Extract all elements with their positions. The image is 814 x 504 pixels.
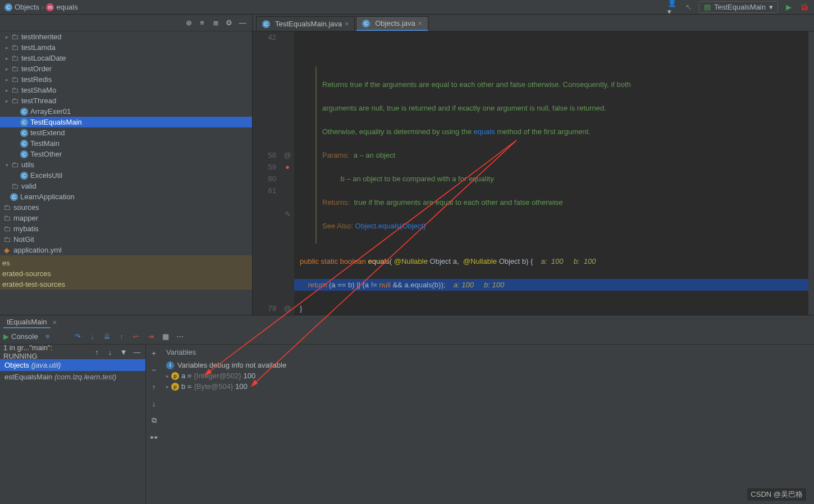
folder-icon: 🗀 <box>10 97 19 106</box>
folder-icon: 🗀 <box>10 54 19 63</box>
code-lines[interactable]: Returns true if the arguments are equal … <box>294 31 814 315</box>
collapse-icon[interactable]: ≣ <box>211 18 221 28</box>
tree-folder[interactable]: ▸🗀testOrder <box>0 63 252 74</box>
code-editor[interactable]: 425859606179808182 @●✎@ Returns true if … <box>253 31 814 315</box>
evaluate-icon[interactable]: ▦ <box>161 332 171 342</box>
variable-row[interactable]: ▸pa = {Integer@502} 100 <box>162 370 814 381</box>
method-icon: m <box>46 3 54 11</box>
tree-item[interactable]: ◆application.yml <box>0 245 252 255</box>
close-icon[interactable]: × <box>345 20 349 28</box>
project-tree: ⊕ ≡ ≣ ⚙ — ▸🗀testInherited▸🗀testLamda▸🗀te… <box>0 15 253 315</box>
gear-icon[interactable]: ⚙ <box>224 18 234 28</box>
add-user-icon[interactable]: 👤▾ <box>667 2 678 12</box>
tree-item[interactable]: es <box>0 258 252 268</box>
hammer-icon[interactable]: ↖ <box>683 2 693 12</box>
gutter: 425859606179808182 <box>253 31 281 315</box>
folder-icon: 🗀 <box>2 203 11 212</box>
locate-icon[interactable]: ⊕ <box>184 18 194 28</box>
debug-tab[interactable]: tEqualsMain <box>3 317 51 328</box>
expand-icon[interactable]: ≡ <box>197 18 207 28</box>
run-config-selector[interactable]: ▤ TestEqualsMain ▾ <box>699 1 778 13</box>
tree-item[interactable]: CLearnApplication <box>0 191 252 202</box>
thread-label[interactable]: 1 in gr..."main": RUNNING <box>3 343 88 360</box>
gutter-icons: @●✎@ <box>281 31 294 315</box>
tree-folder[interactable]: 🗀sources <box>0 202 252 213</box>
debug-button[interactable]: 🐞 <box>799 2 810 12</box>
tree-folder[interactable]: ▸🗀testRedis <box>0 74 252 85</box>
glasses-icon[interactable]: 👓 <box>149 432 159 442</box>
close-icon[interactable]: × <box>418 20 422 28</box>
step-over-icon[interactable]: ↷ <box>73 332 83 342</box>
variable-row[interactable]: ▸pb = {Byte@504} 100 <box>162 381 814 392</box>
settings-icon[interactable]: ⋯ <box>175 332 185 342</box>
variables-header: Variables <box>162 345 814 360</box>
hide-icon[interactable]: — <box>237 18 248 28</box>
breadcrumb-class: Objects <box>15 3 39 11</box>
param-icon: p <box>171 383 179 391</box>
step-into-icon[interactable]: ↓ <box>88 332 98 342</box>
tree-item[interactable]: CTestOther <box>0 149 252 159</box>
tree-folder[interactable]: ▸🗀testThread <box>0 95 252 106</box>
frame-row[interactable]: Objects (java.util) <box>0 359 145 371</box>
tree-item[interactable]: 🗀NotGit <box>0 234 252 245</box>
tree-folder[interactable]: ▾🗀utils <box>0 159 252 170</box>
folder-icon: 🗀 <box>10 43 19 52</box>
class-icon: C <box>262 20 270 28</box>
tree-folder[interactable]: ▸🗀testLamda <box>0 42 252 53</box>
tree-item[interactable]: CArrayExer01 <box>0 106 252 117</box>
tree-item[interactable]: erated-sources <box>0 268 252 279</box>
down-icon[interactable]: ↓ <box>149 398 159 409</box>
tree-folder[interactable]: 🗀valid <box>0 181 252 191</box>
close-icon[interactable]: × <box>53 318 57 327</box>
yml-icon: ◆ <box>2 246 11 255</box>
breadcrumb[interactable]: C Objects › m equals <box>4 3 78 11</box>
editor-tab[interactable]: CTestEqualsMain.java× <box>256 16 355 31</box>
filter-icon[interactable]: ▼ <box>118 347 129 357</box>
class-icon: C <box>20 118 28 126</box>
tree-folder[interactable]: ▸🗀testLocalDate <box>0 53 252 63</box>
tree-item[interactable]: 🗀mybatis <box>0 223 252 234</box>
tree-label: TestEqualsMain <box>30 118 82 126</box>
debug-panel: tEqualsMain× ▶Console ≡ ↷ ↓ ⇊ ↑ ⤺ ⇥ ▦ ⋯ … <box>0 315 814 504</box>
class-icon: C <box>10 193 18 201</box>
step-out-icon[interactable]: ↑ <box>117 332 127 342</box>
play-icon: ▶ <box>3 332 9 341</box>
run-button[interactable]: ▶ <box>784 2 794 12</box>
force-step-into-icon[interactable]: ⇊ <box>102 332 112 342</box>
add-watch-icon[interactable]: + <box>149 348 159 358</box>
chevron-right-icon: › <box>42 3 44 11</box>
tree-item-selected[interactable]: C TestEqualsMain <box>0 117 252 127</box>
folder-icon: 🗀 <box>2 235 11 244</box>
scrollbar[interactable] <box>808 31 814 315</box>
run-to-cursor-icon[interactable]: ⇥ <box>146 332 156 342</box>
tree-folder[interactable]: ▸🗀testInherited <box>0 31 252 42</box>
up-icon[interactable]: ↑ <box>92 347 102 357</box>
variables-panel: Variables iVariables debug info not avai… <box>162 345 814 504</box>
breadcrumb-method: equals <box>56 3 77 11</box>
up-icon[interactable]: ↑ <box>149 382 159 392</box>
tree-item[interactable]: 🗀mapper <box>0 213 252 223</box>
console-tab[interactable]: ▶Console <box>3 332 38 341</box>
class-icon: C <box>20 140 28 148</box>
class-icon: C <box>362 20 370 28</box>
tree-item[interactable]: CExcelsUtil <box>0 170 252 181</box>
class-icon: C <box>20 150 28 158</box>
folder-icon: 🗀 <box>10 86 19 95</box>
tree-item[interactable]: CtestExtend <box>0 127 252 138</box>
copy-icon[interactable]: ⧉ <box>149 415 159 425</box>
folder-icon: 🗀 <box>10 75 19 84</box>
more-icon[interactable]: — <box>132 347 142 357</box>
folder-icon: 🗀 <box>2 214 11 223</box>
remove-icon[interactable]: − <box>149 365 159 375</box>
drop-frame-icon[interactable]: ⤺ <box>131 332 141 342</box>
down-icon[interactable]: ↓ <box>105 347 115 357</box>
info-icon: i <box>166 361 174 369</box>
threads-icon[interactable]: ≡ <box>43 332 53 342</box>
tree-folder[interactable]: ▸🗀testShaMo <box>0 85 252 95</box>
frame-row[interactable]: estEqualsMain (com.lzq.learn.test) <box>0 371 145 383</box>
editor-tab-active[interactable]: CObjects.java× <box>356 16 428 31</box>
top-bar: C Objects › m equals 👤▾ ↖ ▤ TestEqualsMa… <box>0 0 814 15</box>
tree-item[interactable]: erated-test-sources <box>0 279 252 290</box>
class-icon: C <box>4 3 12 11</box>
tree-item[interactable]: CTestMain <box>0 138 252 149</box>
